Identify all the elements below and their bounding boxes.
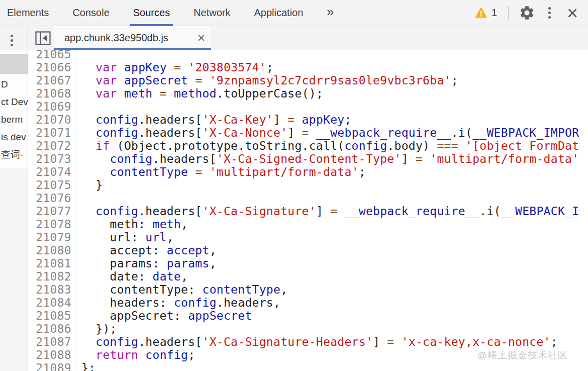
code-row: 21066 var appKey = '203803574'; [28,61,588,74]
code-area: 2106521066 var appKey = '203803574';2106… [28,50,588,371]
code-line[interactable]: config.headers['X-Ca-Nonce'] = __webpack… [76,126,579,139]
line-number[interactable]: 21088 [28,348,76,361]
line-number[interactable]: 21086 [28,322,76,335]
code-row: 21072 if (Object.prototype.toString.call… [28,139,588,152]
code-line[interactable]: accept: accept, [76,244,217,257]
code-line[interactable] [76,100,81,113]
line-number[interactable]: 21081 [28,257,76,270]
warning-badge[interactable]: 1 [475,7,497,19]
line-number[interactable]: 21077 [28,205,76,218]
devtools-window: Elements Console Sources Network Applica… [0,0,588,371]
code-row: 21087 config.headers['X-Ca-Signature-Hea… [28,335,588,348]
code-row: 21065 [28,50,588,61]
line-number[interactable]: 21082 [28,270,76,283]
line-number[interactable]: 21073 [28,152,76,165]
code-row: 21068 var meth = method.toUpperCase(); [28,87,588,100]
line-number[interactable]: 21072 [28,139,76,152]
code-row: 21085 appSecret: appSecret [28,309,588,322]
code-line[interactable]: var meth = method.toUpperCase(); [76,87,323,100]
code-row: 21082 date: date, [28,270,588,283]
code-line[interactable]: url: url, [76,231,174,244]
line-number[interactable]: 21085 [28,309,76,322]
line-number[interactable]: 21083 [28,283,76,296]
code-line[interactable]: config.headers['X-Ca-Signature-Headers']… [76,335,558,348]
code-row: 21077 config.headers['X-Ca-Signature'] =… [28,205,588,218]
line-number[interactable]: 21076 [28,192,76,205]
navigator-item[interactable]: 查词- [1,148,23,161]
code-line[interactable]: contentType = 'multipart/form-data'; [76,165,366,178]
code-row: 21073 config.headers['X-Ca-Signed-Conten… [28,152,588,165]
code-line[interactable]: appSecret: appSecret [76,309,252,322]
line-number[interactable]: 21079 [28,231,76,244]
navigator-panel: D ct Dev berm is dev 查词- [0,50,28,371]
code-row: 21086 }); [28,322,588,335]
navigator-item[interactable]: berm [1,113,23,126]
code-row: 21084 headers: config.headers, [28,296,588,309]
line-number[interactable]: 21075 [28,178,76,192]
code-line[interactable]: }); [76,322,117,335]
code-line[interactable]: return config; [76,348,195,361]
tab-console[interactable]: Console [72,0,109,26]
code-row: 21076 [28,192,588,205]
navigator-item[interactable]: is dev [1,131,26,144]
code-line[interactable]: meth: meth, [76,218,188,231]
code-line[interactable]: date: date, [76,270,188,283]
toolbar-right-cluster: 1 [475,0,588,26]
watermark-text: @稀土掘金技术社区 [477,349,568,362]
tab-network[interactable]: Network [193,0,230,26]
navigator-selected-row[interactable] [0,54,28,74]
line-number[interactable]: 21078 [28,218,76,231]
code-line[interactable]: }; [76,361,95,371]
code-line[interactable]: config.headers['X-Ca-Signed-Content-Type… [76,152,579,165]
tab-elements[interactable]: Elements [7,0,49,26]
line-number[interactable]: 21070 [28,113,76,126]
code-line[interactable] [76,192,81,205]
code-line[interactable]: config.headers['X-Ca-Key'] = appKey; [76,113,352,126]
code-row: 21069 [28,100,588,113]
file-tab-close-icon[interactable] [197,33,206,45]
navigator-lower-area [0,168,28,371]
code-row: 21081 params: params, [28,257,588,270]
code-line[interactable] [76,50,81,61]
tab-sources[interactable]: Sources [133,0,170,26]
line-number[interactable]: 21066 [28,61,76,74]
line-number[interactable]: 21065 [28,50,76,61]
more-panels-icon[interactable]: » [327,0,334,26]
line-number[interactable]: 21084 [28,296,76,309]
code-line[interactable]: if (Object.prototype.toString.call(confi… [76,139,579,152]
file-tab[interactable]: app.chunk.33e950db.js [54,26,211,50]
line-number[interactable]: 21069 [28,100,76,113]
code-line[interactable]: } [76,178,103,192]
code-row: 21079 url: url, [28,231,588,244]
warning-icon [475,8,487,18]
code-line[interactable]: var appKey = '203803574'; [76,61,273,74]
navigator-item[interactable]: ct Dev [1,96,28,109]
code-row: 21074 contentType = 'multipart/form-data… [28,165,588,178]
navigator-kebab-icon[interactable] [9,33,15,48]
line-number[interactable]: 21074 [28,165,76,178]
code-editor[interactable]: 2106521066 var appKey = '203803574';2106… [28,50,588,371]
warning-count: 1 [492,7,497,19]
line-number[interactable]: 21068 [28,87,76,100]
close-devtools-icon[interactable] [565,6,580,21]
line-number[interactable]: 21067 [28,74,76,87]
code-row: 21089}; [28,361,588,371]
more-options-kebab-icon[interactable] [546,5,553,21]
code-line[interactable]: var appSecret = '9znpamsyl2c7cdrr9sas0le… [76,74,458,87]
code-row: 21070 config.headers['X-Ca-Key'] = appKe… [28,113,588,126]
tab-application[interactable]: Application [254,0,304,26]
code-line[interactable]: config.headers['X-Ca-Signature'] = __web… [76,205,579,218]
line-number[interactable]: 21071 [28,126,76,139]
line-number[interactable]: 21080 [28,244,76,257]
line-number[interactable]: 21089 [28,361,76,371]
line-number[interactable]: 21087 [28,335,76,348]
code-row: 21071 config.headers['X-Ca-Nonce'] = __w… [28,126,588,139]
code-line[interactable]: headers: config.headers, [76,296,280,309]
settings-gear-icon[interactable] [519,5,535,21]
navigator-item[interactable]: D [1,78,8,91]
code-row: 21080 accept: accept, [28,244,588,257]
code-line[interactable]: params: params, [76,257,217,270]
code-row: 21078 meth: meth, [28,218,588,231]
code-line[interactable]: contentType: contentType, [76,283,287,296]
hide-navigator-icon[interactable] [35,31,51,47]
